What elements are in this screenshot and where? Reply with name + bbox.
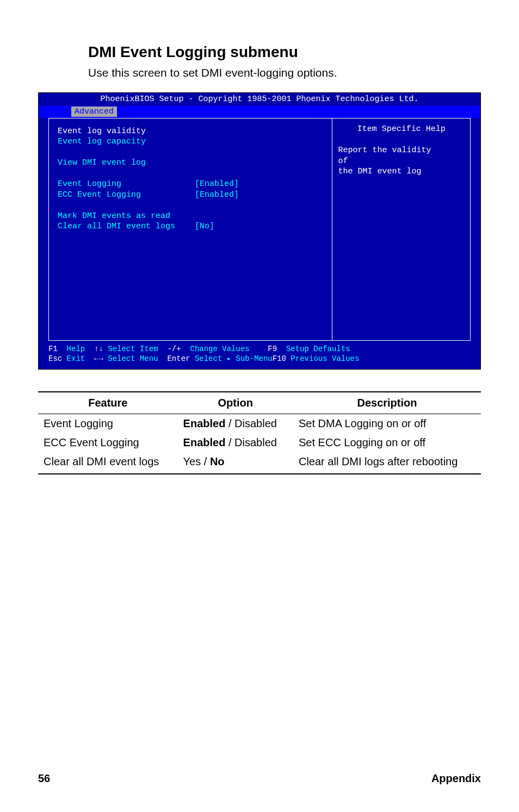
key-f1: F1 <box>48 345 58 353</box>
hint-exit: Exit <box>62 354 94 363</box>
bios-key-hints: F1 Help ↑↓ Select Item -/+ Change Values… <box>39 341 480 368</box>
hint-select-menu: Select Menu <box>103 354 168 363</box>
bios-row-ecc-value: [Enabled] <box>195 190 239 199</box>
hint-change-values: Change Values <box>181 345 268 353</box>
bios-row-logging-value: [Enabled] <box>195 179 239 189</box>
key-leftright: ←→ <box>94 354 103 363</box>
key-plusminus: -/+ <box>167 345 181 353</box>
opt-bold: No <box>210 455 225 467</box>
cell-desc: Clear all DMI logs after rebooting <box>293 452 481 474</box>
cell-desc: Set DMA Logging on or off <box>293 414 481 434</box>
bios-settings-panel: Event log validity Event log capacity Vi… <box>49 118 332 340</box>
opt-rest: / Disabled <box>225 436 277 448</box>
cell-option: Enabled / Disabled <box>178 414 293 434</box>
hint-submenu: Select ▸ Sub-Menu <box>190 354 272 363</box>
th-description: Description <box>293 392 481 414</box>
hint-select-item: Select Item <box>103 345 168 353</box>
bios-help-panel: Item Specific Help Report the validity o… <box>332 118 470 340</box>
table-row: Event Logging Enabled / Disabled Set DMA… <box>38 414 481 434</box>
page-footer: 56 Appendix <box>38 772 481 785</box>
hint-previous-values: Previous Values <box>286 354 359 363</box>
th-option: Option <box>178 392 293 414</box>
table-row: ECC Event Logging Enabled / Disabled Set… <box>38 433 481 452</box>
page-number: 56 <box>38 772 50 785</box>
bios-row-mark: Mark DMI events as read <box>58 211 170 221</box>
bios-row-selected: Event log validity <box>58 127 146 136</box>
feature-table: Feature Option Description Event Logging… <box>38 391 481 474</box>
bios-menu-bar: Advanced <box>39 106 480 118</box>
hint-setup-defaults: Setup Defaults <box>277 345 350 353</box>
opt-bold: Enabled <box>183 417 226 429</box>
key-esc: Esc <box>48 354 62 363</box>
key-f10: F10 <box>273 354 286 363</box>
bios-row-ecc-label: ECC Event Logging <box>58 190 141 199</box>
bios-main-area: Event log validity Event log capacity Vi… <box>48 118 471 341</box>
cell-option: Yes / No <box>178 452 293 474</box>
bios-row-clear-label: Clear all DMI event logs <box>58 222 175 231</box>
key-f9: F9 <box>268 345 277 353</box>
section-label: Appendix <box>431 772 481 785</box>
bios-screenshot: PhoenixBIOS Setup - Copyright 1985-2001 … <box>38 92 481 370</box>
opt-rest: / Disabled <box>225 417 277 429</box>
table-row: Clear all DMI event logs Yes / No Clear … <box>38 452 481 474</box>
bios-row-view: View DMI event log <box>58 158 146 167</box>
hint-help: Help <box>58 345 94 353</box>
bios-row-clear-value: [No] <box>195 222 214 231</box>
cell-feature: ECC Event Logging <box>38 433 178 452</box>
page-heading: DMI Event Logging submenu <box>88 43 481 61</box>
bios-row-logging-label: Event Logging <box>58 179 121 189</box>
cell-feature: Clear all DMI event logs <box>38 452 178 474</box>
bios-title: PhoenixBIOS Setup - Copyright 1985-2001 … <box>39 93 480 106</box>
bios-help-body: Report the validity of the DMI event log <box>338 146 431 176</box>
cell-desc: Set ECC Logging on or off <box>293 433 481 452</box>
cell-feature: Event Logging <box>38 414 178 434</box>
th-feature: Feature <box>38 392 178 414</box>
key-enter: Enter <box>167 354 190 363</box>
opt-bold: Enabled <box>183 436 226 448</box>
page-subheading: Use this screen to set DMI event-logging… <box>88 66 481 79</box>
cell-option: Enabled / Disabled <box>178 433 293 452</box>
key-updown: ↑↓ <box>94 345 103 353</box>
bios-tab-advanced: Advanced <box>71 107 117 117</box>
bios-row-capacity: Event log capacity <box>58 137 146 146</box>
opt-rest: Yes / <box>183 455 210 467</box>
bios-help-title: Item Specific Help <box>338 124 465 135</box>
